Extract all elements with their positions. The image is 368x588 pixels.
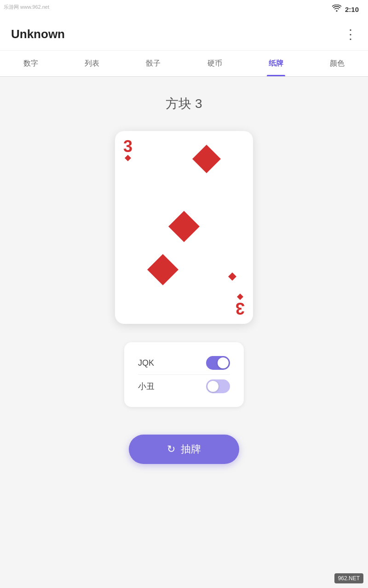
tab-list[interactable]: 列表	[61, 51, 122, 76]
card-center-diamond	[168, 211, 200, 244]
card-rank-bottom: 3	[236, 300, 245, 317]
settings-panel: JQK 小丑	[124, 342, 244, 407]
tab-color[interactable]: 颜色	[307, 51, 368, 76]
joker-toggle-thumb	[207, 381, 218, 392]
card-suit-top-right	[192, 145, 221, 175]
app-title: Unknown	[11, 27, 65, 41]
card-corner-top-left: 3	[123, 138, 132, 161]
playing-card: 3 3	[115, 131, 253, 324]
tab-dice[interactable]: 骰子	[123, 51, 184, 76]
jqk-setting-row: JQK	[138, 351, 230, 374]
tab-bar: 数字 列表 骰子 硬币 纸牌 颜色	[0, 51, 368, 77]
wifi-icon	[332, 5, 341, 14]
status-time: 2:10	[345, 6, 359, 13]
svg-marker-0	[125, 155, 131, 161]
draw-button-label: 抽牌	[181, 442, 201, 456]
svg-marker-1	[192, 145, 221, 173]
svg-marker-5	[228, 272, 236, 281]
draw-button[interactable]: ↻ 抽牌	[129, 435, 239, 464]
jqk-label: JQK	[138, 358, 154, 368]
main-content: 方块 3 3 3	[0, 77, 368, 588]
card-suit-small-bottom-right	[228, 272, 236, 283]
svg-marker-2	[168, 211, 200, 242]
card-corner-bottom-right: 3	[236, 294, 245, 317]
status-bar: 乐游网 www.962.net 2:10	[0, 0, 368, 18]
svg-marker-4	[237, 294, 243, 300]
tab-coin[interactable]: 硬币	[184, 51, 245, 76]
svg-marker-3	[147, 254, 178, 285]
status-icons: 2:10	[332, 5, 359, 14]
card-rank-top: 3	[123, 138, 132, 155]
watermark-bottom-right: 962.NET	[334, 573, 363, 583]
jqk-toggle[interactable]	[206, 356, 230, 370]
app-bar: Unknown ⋮	[0, 18, 368, 51]
card-suit-corner-bottom	[237, 294, 243, 300]
more-menu-button[interactable]: ⋮	[344, 28, 357, 41]
joker-toggle[interactable]	[206, 379, 230, 393]
watermark-top: 乐游网 www.962.net	[4, 4, 49, 11]
card-suit-corner-top	[125, 155, 131, 161]
joker-label: 小丑	[138, 381, 155, 392]
tab-cards[interactable]: 纸牌	[245, 51, 306, 76]
card-result-title: 方块 3	[166, 95, 202, 113]
refresh-icon: ↻	[167, 443, 175, 455]
joker-setting-row: 小丑	[138, 375, 230, 398]
jqk-toggle-thumb	[218, 357, 229, 368]
card-suit-bottom-left	[147, 254, 178, 287]
tab-numbers[interactable]: 数字	[0, 51, 61, 76]
